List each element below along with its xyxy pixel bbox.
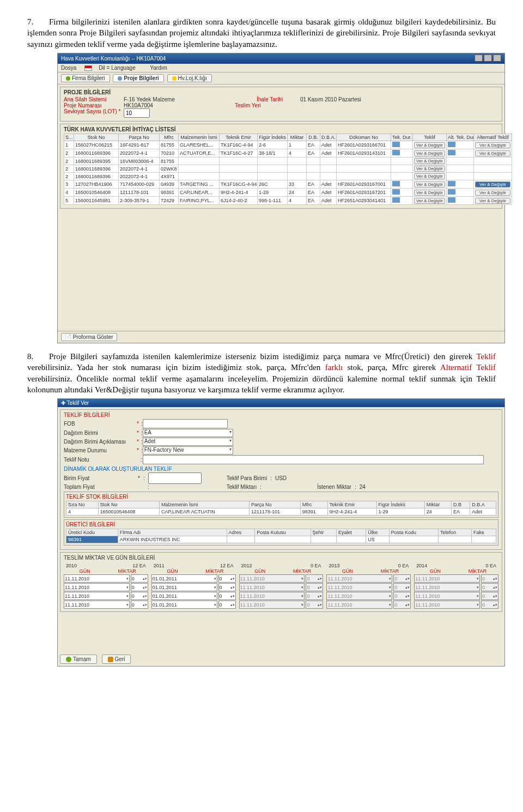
date-picker[interactable]: 01.01.2011▾	[151, 601, 217, 609]
menu-yardim[interactable]: Yardım	[150, 65, 167, 71]
date-picker: 11.11.2010▾	[239, 601, 305, 609]
date-picker[interactable]: 11.11.2010▾	[64, 574, 130, 583]
teklif-bilgileri-panel: TEKLİF BİLGİLERİ FOB*: Dağıtım Birimi*: …	[60, 409, 502, 550]
select-malzeme[interactable]: FN-Factory New	[143, 446, 233, 455]
paragraph-8-text: Proje Bilgileri sayfamızda istenilen kal…	[27, 352, 496, 394]
teklif-stok-panel: TEKLİF STOK BİLGİLERİ Sıra NoStok NoMalz…	[64, 492, 498, 518]
list-number-8: 8.	[27, 351, 38, 362]
select-para-birimi[interactable]: USD	[275, 475, 302, 481]
alternatif-teklif-button[interactable]: Ver & Değiştir	[475, 142, 510, 148]
alternatif-teklif-button[interactable]: Ver & Değiştir	[475, 181, 510, 187]
table-row: 98391ARKWIN INDUSTRIES INCUS	[66, 536, 496, 543]
dot-icon	[172, 76, 177, 81]
table-header: Stok No	[74, 134, 119, 141]
date-picker[interactable]: 11.11.2010▾	[64, 583, 130, 591]
quantity-stepper[interactable]: 0▴▾	[218, 583, 236, 591]
input-teklif-notu[interactable]	[143, 455, 484, 464]
value-ihale: 01 Kasım 2010 Pazartesi	[300, 96, 361, 102]
date-picker[interactable]: 11.11.2010▾	[64, 601, 130, 609]
date-picker[interactable]: 11.11.2010▾	[64, 592, 130, 600]
ver-degistir-button[interactable]: Ver & Değiştir	[414, 198, 445, 204]
dinamik-legend: DİNAMİK OLARAK OLUŞTURULAN TEKLİF	[64, 466, 498, 472]
label-fob: FOB	[64, 421, 135, 427]
select-dagitim-acik[interactable]: Adet	[143, 438, 233, 446]
tab-proje[interactable]: Proje Bilgileri	[113, 74, 163, 82]
ver-degistir-button[interactable]: Ver & Değiştir	[414, 150, 445, 156]
alternatif-teklif-button[interactable]: Ver & Değiştir	[475, 198, 510, 204]
table-header: Parça No	[119, 134, 160, 141]
tab-hv[interactable]: Hv.Loj.K.lığı	[167, 74, 212, 82]
teslim-legend: TESLİM MİKTAR VE GÜN BİLGİLERİ	[64, 555, 498, 561]
menu-dil[interactable]: Dil = Language	[84, 65, 142, 71]
window-titlebar-2: ✚ Teklif Ver	[58, 399, 504, 407]
ver-degistir-button[interactable]: Ver & Değiştir	[414, 173, 445, 179]
ihtiyac-listesi-panel: TÜRK HAVA KUVVETLERİ İHTİYAÇ LİSTESİ S..…	[60, 124, 502, 209]
window-title: Hava Kuvvetleri Komutanlığı -- HK10A7004	[61, 56, 166, 62]
quantity-stepper[interactable]: 0▴▾	[218, 592, 236, 600]
input-sevkiat[interactable]	[124, 108, 150, 118]
menu-dosya[interactable]: Dosya	[61, 65, 76, 71]
liste-legend: TÜRK HAVA KUVVETLERİ İHTİYAÇ LİSTESİ	[64, 126, 498, 132]
year-column: 20130 EAGÜNMİKTAR11.11.2010▾0▴▾11.11.201…	[326, 563, 411, 609]
window-titlebar: Hava Kuvvetleri Komutanlığı -- HK10A7004	[58, 53, 504, 64]
year-column: 20140 EAGÜNMİKTAR11.11.2010▾0▴▾11.11.201…	[414, 563, 498, 609]
date-picker: 11.11.2010▾	[414, 592, 480, 600]
label-para-birimi: Teklif Para Birimi	[227, 475, 267, 481]
date-picker[interactable]: 01.01.2011▾	[151, 583, 217, 591]
table-row: 41650010546408CAP,LINEAR ACTUATIN1211178…	[66, 508, 496, 516]
window-buttons[interactable]	[473, 54, 501, 63]
ver-degistir-button[interactable]: Ver & Değiştir	[414, 158, 445, 164]
menubar[interactable]: Dosya Dil = Language Yardım	[58, 64, 504, 72]
ver-degistir-button[interactable]: Ver & Değiştir	[414, 181, 445, 187]
table-header: Miktar	[288, 134, 307, 141]
date-picker[interactable]: 01.01.2011▾	[151, 574, 217, 583]
ver-degistir-button[interactable]: Ver & Değiştir	[414, 190, 445, 196]
teklif-legend: TEKLİF BİLGİLERİ	[64, 412, 498, 418]
dot-icon	[66, 76, 70, 81]
table-header: S...	[64, 134, 74, 141]
empty-area-2	[58, 614, 504, 652]
label-ana-silah: Ana Silah Sistemi	[64, 96, 124, 102]
table-row: 216800116893962022072-4-102WK8Ver & Deği…	[64, 165, 512, 173]
alternatif-teklif-button[interactable]: Ver & Değiştir	[475, 150, 510, 156]
date-picker: 11.11.2010▾	[326, 583, 392, 591]
table-header: Teklif	[413, 134, 447, 141]
tab-firma[interactable]: Firma Bilgileri	[61, 74, 110, 82]
uretici-panel: ÜRETİCİ BİLGİLERİ Üretici KoduFirma AdıA…	[64, 519, 498, 546]
table-row: 216800116893962022072-4-170210ACTUATOR,E…	[64, 149, 512, 157]
input-birim-fiyat[interactable]	[148, 472, 202, 484]
date-picker[interactable]: 01.01.2011▾	[151, 592, 217, 600]
quantity-stepper: 0▴▾	[481, 601, 498, 609]
teslim-panel: TESLİM MİKTAR VE GÜN BİLGİLERİ 201012 EA…	[60, 552, 502, 612]
label-istenen-miktar: İstenen Miktar	[317, 484, 351, 490]
proforma-button[interactable]: 📄 Proforma Göster	[61, 333, 117, 341]
quantity-stepper[interactable]: 0▴▾	[131, 601, 148, 609]
uretici-table: Üretici KoduFirma AdıAdresPosta KutusuŞe…	[66, 529, 496, 543]
table-row: 1156027HC0621516F4291-81781755GLARESHEL.…	[64, 141, 512, 149]
quantity-stepper[interactable]: 0▴▾	[218, 574, 236, 583]
table-header: Mfrc	[160, 134, 179, 141]
ver-degistir-button[interactable]: Ver & Değiştir	[414, 166, 445, 172]
quantity-stepper[interactable]: 0▴▾	[131, 574, 148, 583]
quantity-stepper[interactable]: 0▴▾	[131, 583, 148, 591]
value-ana-silah: F-16 Yedek Malzeme	[124, 96, 175, 102]
input-fob[interactable]	[143, 419, 228, 428]
table-header: Figür İndeks	[258, 134, 288, 141]
geri-button[interactable]: Geri	[102, 655, 131, 664]
date-picker: 11.11.2010▾	[239, 583, 305, 591]
label-teklif-notu: Teklif Notu	[64, 457, 135, 463]
tamam-button[interactable]: Tamam	[60, 655, 97, 664]
back-icon	[108, 657, 113, 662]
label-teklif-miktari: Teklif Miktarı	[227, 484, 257, 490]
quantity-stepper[interactable]: 0▴▾	[131, 592, 148, 600]
proje-legend: PROJE BİLGİLERİ	[64, 89, 498, 95]
paragraph-8: 8. Proje Bilgileri sayfamızda istenilen …	[27, 351, 496, 395]
label-birim-fiyat: Birim Fiyat	[64, 475, 135, 481]
table-row: 2168001168939516VM003006-481755Ver & Değ…	[64, 157, 512, 165]
ver-degistir-button[interactable]: Ver & Değiştir	[414, 142, 445, 148]
alternatif-teklif-button[interactable]: Ver & Değiştir	[475, 190, 510, 196]
quantity-stepper[interactable]: 0▴▾	[218, 601, 236, 609]
flag-icon	[84, 65, 92, 71]
select-dagitim[interactable]: EA	[143, 429, 233, 437]
table-row: 3127027HB41906717454000-02904939TARGETIN…	[64, 180, 512, 189]
